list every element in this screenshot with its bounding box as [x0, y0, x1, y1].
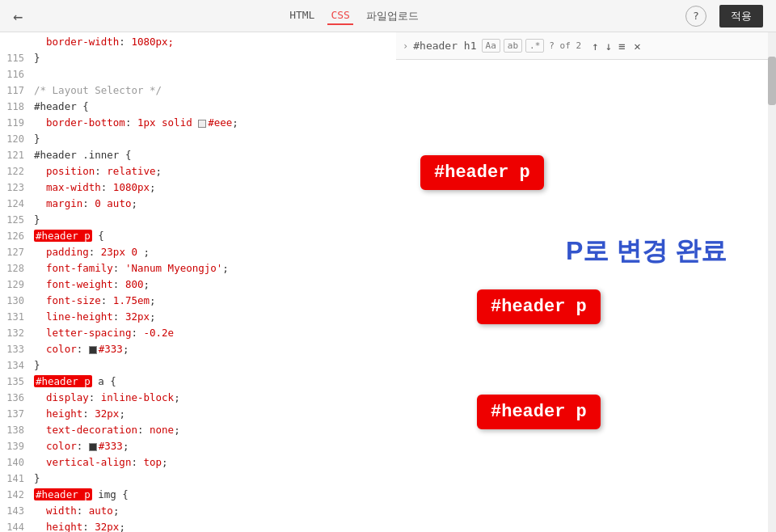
- table-row: 127 padding: 23px 0 ;: [0, 244, 396, 260]
- table-row: 126 #header p {: [0, 228, 396, 244]
- table-row: 120 }: [0, 131, 396, 147]
- find-prev-button[interactable]: ↑: [589, 40, 601, 53]
- table-row: 134 }: [0, 357, 396, 374]
- table-row: 131 line-height: 32px;: [0, 309, 396, 325]
- right-panel: › #header h1 Aa ab .* ? of 2 ↑ ↓ ≡ ✕ #he…: [396, 32, 776, 532]
- table-row: 141 }: [0, 471, 396, 487]
- find-arrow-icon: ›: [403, 40, 408, 52]
- table-row: 140 vertical-align: top;: [0, 454, 396, 471]
- table-row: 117 /* Layout Selector */: [0, 82, 396, 99]
- table-row: 121 #header .inner {: [0, 147, 396, 163]
- help-button[interactable]: ?: [685, 6, 706, 27]
- korean-text: P로 변경 완료: [566, 234, 727, 269]
- table-row: 138 text-decoration: none;: [0, 422, 396, 438]
- code-lines: border-width: 1080px; 115 } 116 117 /* L…: [0, 32, 396, 532]
- table-row: 115 }: [0, 50, 396, 66]
- table-row: 135 #header p a {: [0, 374, 396, 390]
- table-row: 118 #header {: [0, 99, 396, 115]
- table-row: 143 width: auto;: [0, 503, 396, 519]
- scrollbar-thumb[interactable]: [768, 57, 776, 105]
- red-box-2: #header p: [477, 289, 601, 324]
- table-row: 137 height: 32px;: [0, 406, 396, 422]
- overlay-area: #header p P로 변경 완료 #header p #header p: [396, 60, 776, 532]
- find-bar: › #header h1 Aa ab .* ? of 2 ↑ ↓ ≡ ✕: [396, 32, 776, 60]
- table-row: 128 font-family: 'Nanum Myeongjo';: [0, 260, 396, 277]
- main-area: border-width: 1080px; 115 } 116 117 /* L…: [0, 32, 776, 532]
- table-row: 133 color: #333;: [0, 341, 396, 357]
- back-button[interactable]: ←: [13, 6, 23, 26]
- find-next-button[interactable]: ↓: [602, 40, 614, 53]
- find-query-text: #header h1: [413, 40, 476, 52]
- find-nav: ↑ ↓ ≡: [589, 40, 627, 53]
- table-row: 124 margin: 0 auto;: [0, 196, 396, 212]
- tab-css[interactable]: CSS: [327, 7, 352, 25]
- table-row: 130 font-size: 1.75em;: [0, 293, 396, 309]
- selector-highlight-2: #header p: [34, 375, 92, 387]
- selector-highlight-3: #header p: [34, 488, 92, 500]
- find-count: ? of 2: [549, 40, 581, 51]
- red-box-1: #header p: [420, 155, 544, 190]
- table-row: 142 #header p img {: [0, 487, 396, 503]
- table-row: 119 border-bottom: 1px solid #eee;: [0, 115, 396, 131]
- table-row: 136 display: inline-block;: [0, 390, 396, 406]
- tab-upload[interactable]: 파일업로드: [363, 7, 422, 25]
- table-row: 139 color: #333;: [0, 438, 396, 454]
- table-row: 123 max-width: 1080px;: [0, 179, 396, 196]
- table-row: 125 }: [0, 212, 396, 228]
- find-opt-word[interactable]: ab: [504, 39, 522, 53]
- find-opt-regex[interactable]: .*: [525, 39, 544, 53]
- selector-highlight-1: #header p: [34, 230, 92, 242]
- find-list-button[interactable]: ≡: [616, 40, 627, 53]
- table-row: 116: [0, 66, 396, 82]
- table-row: 144 height: 32px;: [0, 519, 396, 532]
- find-options: Aa ab .*: [482, 39, 545, 53]
- tab-bar: HTML CSS 파일업로드: [36, 7, 673, 25]
- scrollbar-track: [768, 32, 776, 532]
- apply-button[interactable]: 적용: [719, 5, 763, 27]
- table-row: 122 position: relative;: [0, 163, 396, 179]
- table-row: 129 font-weight: 800;: [0, 277, 396, 293]
- code-editor[interactable]: border-width: 1080px; 115 } 116 117 /* L…: [0, 32, 396, 532]
- table-row: border-width: 1080px;: [0, 34, 396, 50]
- find-opt-case[interactable]: Aa: [482, 39, 500, 53]
- code-scroll[interactable]: border-width: 1080px; 115 } 116 117 /* L…: [0, 32, 396, 532]
- red-box-3: #header p: [477, 395, 601, 429]
- table-row: 132 letter-spacing: -0.2e: [0, 325, 396, 341]
- find-close-button[interactable]: ✕: [634, 40, 640, 53]
- tab-html[interactable]: HTML: [286, 7, 318, 25]
- toolbar: ← HTML CSS 파일업로드 ? 적용: [0, 0, 776, 32]
